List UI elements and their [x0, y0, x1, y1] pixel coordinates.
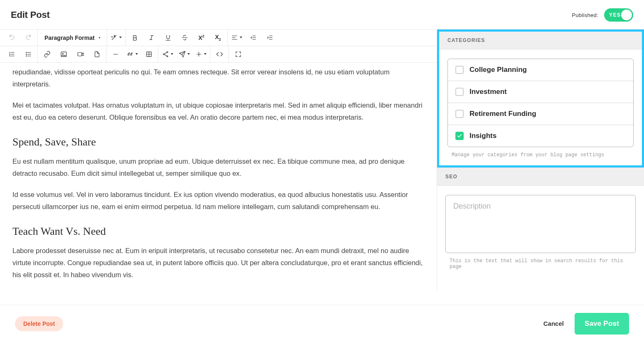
- categories-hint: Manage your categories from your blog pa…: [447, 152, 634, 158]
- share-icon: [162, 51, 169, 58]
- share-button[interactable]: [159, 46, 176, 63]
- svg-text:3: 3: [9, 55, 10, 57]
- content-heading: Teach Want Vs. Need: [12, 222, 424, 241]
- content-paragraph: Mei et tacimates volutpat. Has ornatus v…: [12, 99, 424, 123]
- category-label: Retirement Funding: [469, 110, 536, 118]
- header-bar: Edit Post Published: YES: [0, 0, 644, 29]
- subscript-button[interactable]: X2: [210, 30, 226, 46]
- published-label: Published:: [572, 12, 598, 18]
- italic-button[interactable]: [143, 30, 160, 46]
- content-paragraph: Labore prodesset deseruisse nec at. Eum …: [12, 245, 424, 281]
- seo-hint: This is the text that will show in searc…: [445, 258, 636, 270]
- toggle-yes-text: YES: [609, 12, 621, 18]
- magic-button[interactable]: [108, 30, 125, 46]
- strikethrough-icon: [181, 34, 188, 41]
- code-view-button[interactable]: [211, 46, 228, 63]
- svg-rect-28: [78, 52, 82, 56]
- unordered-list-button[interactable]: [20, 46, 37, 63]
- paragraph-format-dropdown[interactable]: Paragraph Format: [39, 34, 106, 41]
- seo-placeholder: Description: [453, 202, 491, 210]
- subscript-icon: X2: [215, 34, 221, 42]
- bold-button[interactable]: [127, 30, 143, 46]
- toolbar-row-1: Paragraph Format X2 X2: [0, 30, 437, 46]
- seo-description-input[interactable]: Description: [445, 195, 636, 253]
- svg-line-37: [164, 52, 167, 54]
- superscript-button[interactable]: X2: [193, 30, 210, 46]
- video-icon: [77, 51, 84, 58]
- category-label: College Planning: [469, 66, 527, 74]
- link-icon: [44, 51, 51, 58]
- paragraph-format-label: Paragraph Format: [44, 34, 95, 41]
- underline-icon: [165, 34, 172, 41]
- seo-header: SEO: [437, 167, 644, 186]
- italic-icon: [148, 34, 155, 41]
- content-paragraph: Id esse volumus vel. Vel in vero laboram…: [12, 189, 424, 213]
- undo-icon: [8, 34, 15, 41]
- category-label: Investment: [469, 88, 507, 96]
- content-heading: Spend, Save, Share: [12, 133, 424, 152]
- checkbox-icon: [455, 66, 464, 74]
- video-button[interactable]: [72, 46, 88, 63]
- caret-down-icon: [204, 53, 206, 55]
- redo-icon: [25, 34, 32, 41]
- magic-wand-icon: [111, 34, 118, 41]
- editor-column: Paragraph Format X2 X2: [0, 30, 437, 291]
- category-label: Insights: [469, 132, 497, 140]
- category-row-retirement-funding[interactable]: Retirement Funding: [448, 103, 633, 125]
- svg-line-2: [151, 36, 152, 40]
- svg-point-24: [26, 54, 26, 54]
- link-button[interactable]: [39, 46, 55, 63]
- fullscreen-button[interactable]: [230, 46, 246, 63]
- strikethrough-button[interactable]: [177, 30, 193, 46]
- published-status: Published: YES: [572, 8, 633, 22]
- align-button[interactable]: [229, 30, 245, 46]
- ordered-list-icon: 123: [8, 51, 15, 58]
- categories-list: College Planning Investment Retirement F…: [447, 59, 634, 147]
- cancel-button[interactable]: Cancel: [543, 320, 564, 327]
- svg-point-23: [26, 52, 26, 53]
- table-button[interactable]: [140, 46, 157, 63]
- checkbox-checked-icon: [455, 132, 464, 140]
- published-toggle[interactable]: YES: [604, 8, 633, 22]
- dropdown-dot-icon: [99, 37, 100, 38]
- svg-line-38: [164, 54, 167, 56]
- footer-bar: Delete Post Cancel Save Post: [0, 305, 644, 342]
- indent-button[interactable]: [262, 30, 278, 46]
- content-paragraph: repudiandae, vidisse oporteat periculis …: [12, 66, 424, 90]
- unordered-list-icon: [25, 51, 32, 58]
- redo-button[interactable]: [20, 30, 37, 46]
- file-button[interactable]: [88, 46, 105, 63]
- underline-button[interactable]: [160, 30, 177, 46]
- checkbox-icon: [455, 110, 464, 118]
- horizontal-rule-icon: [112, 51, 119, 58]
- save-post-button[interactable]: Save Post: [575, 313, 629, 335]
- svg-point-27: [62, 53, 63, 54]
- outdent-icon: [250, 34, 257, 41]
- superscript-icon: X2: [198, 34, 204, 41]
- undo-button[interactable]: [3, 30, 20, 46]
- plus-icon: [195, 51, 202, 58]
- table-icon: [145, 51, 152, 58]
- caret-down-icon: [187, 53, 190, 55]
- image-icon: [60, 51, 67, 58]
- editor-content[interactable]: repudiandae, vidisse oporteat periculis …: [0, 63, 437, 290]
- ordered-list-button[interactable]: 123: [3, 46, 20, 63]
- quote-button[interactable]: [124, 46, 140, 63]
- send-button[interactable]: [176, 46, 192, 63]
- seo-panel: SEO Description This is the text that wi…: [437, 167, 644, 277]
- caret-down-icon: [171, 53, 173, 55]
- align-left-icon: [231, 34, 238, 41]
- categories-header: CATEGORIES: [439, 32, 642, 49]
- outdent-button[interactable]: [245, 30, 262, 46]
- indent-icon: [266, 34, 273, 41]
- toolbar-row-2: 123: [0, 46, 437, 63]
- category-row-insights[interactable]: Insights: [448, 125, 633, 147]
- category-row-investment[interactable]: Investment: [448, 81, 633, 103]
- code-icon: [216, 51, 223, 58]
- insert-button[interactable]: [192, 46, 209, 63]
- caret-down-icon: [119, 37, 122, 38]
- category-row-college-planning[interactable]: College Planning: [448, 59, 633, 81]
- delete-post-button[interactable]: Delete Post: [15, 316, 63, 331]
- hr-button[interactable]: [107, 46, 124, 63]
- image-button[interactable]: [55, 46, 72, 63]
